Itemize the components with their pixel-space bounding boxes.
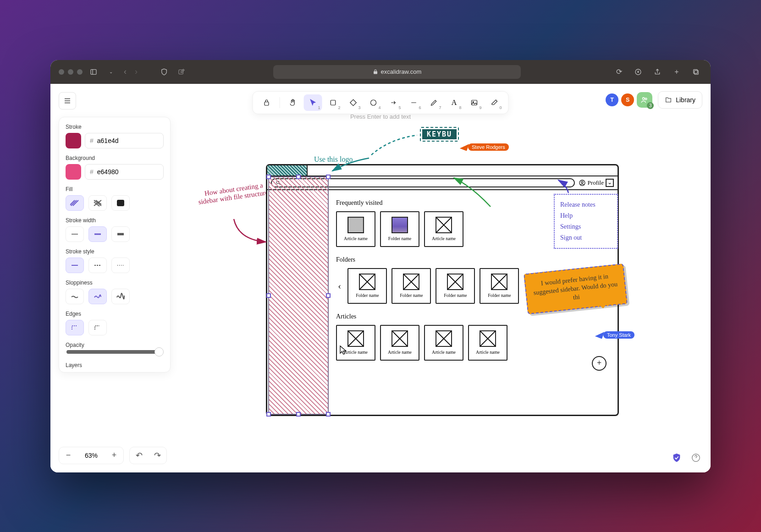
forward-icon[interactable]: › <box>133 67 139 77</box>
selected-rectangle[interactable] <box>268 176 329 415</box>
cursor-icon <box>339 345 347 357</box>
wireframe-card: Folder name <box>392 268 431 304</box>
svg-rect-0 <box>91 69 96 74</box>
remote-cursor-tony: Tony Stark <box>596 331 634 339</box>
mock-profile-chev: ⌄ <box>606 179 614 187</box>
wireframe-card: Article name <box>380 325 419 361</box>
wireframe-card: Article name <box>424 211 463 247</box>
compose-icon[interactable] <box>175 66 188 78</box>
svg-point-15 <box>581 181 583 183</box>
sidebar-icon[interactable] <box>87 66 100 78</box>
browser-titlebar: ⌄ ‹ › excalidraw.com ⟳ + <box>50 60 711 84</box>
canvas-hint: Press Enter to add text <box>350 113 411 120</box>
traffic-lights[interactable] <box>59 69 83 75</box>
new-tab-icon[interactable]: + <box>670 66 683 78</box>
wireframe-card: Folder name <box>480 268 519 304</box>
wireframe-card: Article name <box>336 211 375 247</box>
address-bar[interactable]: excalidraw.com <box>273 65 521 79</box>
wireframe-card: Article name <box>468 325 507 361</box>
wireframe-dropdown[interactable]: Release notes Help Settings Sign out <box>554 194 618 249</box>
tabs-icon[interactable] <box>689 66 702 78</box>
wireframe-card: Folder name <box>380 211 419 247</box>
svg-rect-3 <box>695 70 699 74</box>
sidebar-note[interactable]: How about creating a sidebar with file s… <box>194 180 274 206</box>
wireframe-card: Article name <box>424 325 463 361</box>
svg-rect-4 <box>694 69 698 73</box>
chevron-down-icon[interactable]: ⌄ <box>105 66 117 78</box>
url-text: excalidraw.com <box>381 68 422 75</box>
shield-icon[interactable] <box>158 66 171 78</box>
share-icon[interactable] <box>651 66 664 78</box>
use-logo-note[interactable]: Use this logo <box>314 155 353 164</box>
logo-draft[interactable]: KEYBU <box>420 127 459 142</box>
mock-profile: Profile ⌄ <box>579 179 614 187</box>
carousel-prev-icon: ‹ <box>336 280 343 292</box>
fab-add: + <box>592 356 607 371</box>
reload-icon[interactable]: ⟳ <box>612 66 625 78</box>
back-icon[interactable]: ‹ <box>122 67 128 77</box>
wireframe-card: Folder name <box>436 268 475 304</box>
wireframe-card: Folder name <box>347 268 387 304</box>
remote-cursor-steve: Steve Rodgers <box>461 143 509 151</box>
canvas[interactable]: Press Enter to add text KEYBU Use this l… <box>50 84 711 472</box>
download-icon[interactable] <box>632 66 645 78</box>
